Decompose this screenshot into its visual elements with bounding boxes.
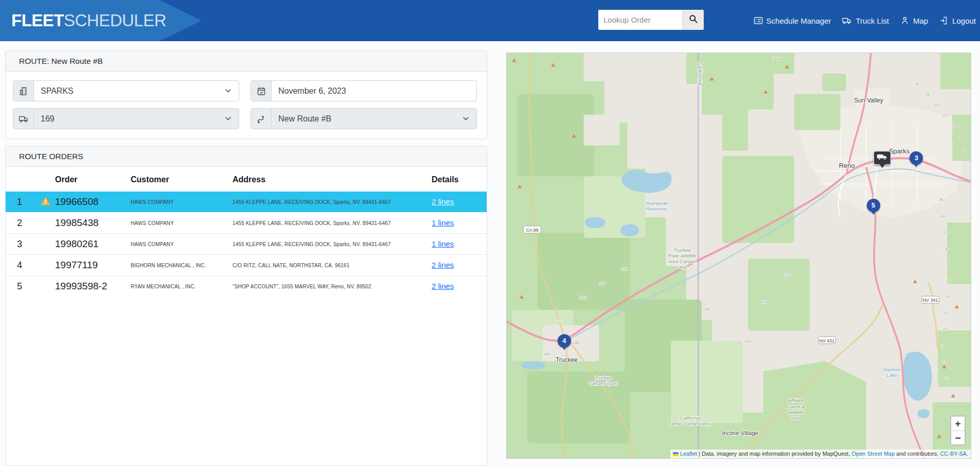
nav-map[interactable]: Map — [900, 16, 928, 25]
map-pin-4[interactable]: 4 — [558, 334, 571, 348]
order-number: 19980261 — [55, 234, 131, 255]
svg-text:NV 431: NV 431 — [819, 338, 834, 343]
logo-fleet: FLEET — [11, 11, 64, 30]
svg-text:172: 172 — [556, 317, 563, 321]
svg-text:14: 14 — [942, 359, 947, 364]
orders-table: Order Customer Address Details 119966508… — [6, 167, 487, 297]
search-icon — [689, 14, 698, 25]
attribution-link[interactable]: Open Street Map — [852, 451, 895, 457]
svg-text:28: 28 — [945, 262, 950, 267]
attribution-text: | Data, imagery and map information prov… — [697, 451, 852, 457]
route-panel-title: ROUTE: New Route #B — [19, 57, 103, 66]
svg-text:7646: 7646 — [772, 57, 781, 61]
order-address: 1455 KLEPPE LANE, RECEIVING DOCK, Sparks… — [233, 234, 418, 255]
nav-schedule-manager[interactable]: Schedule Manager — [754, 16, 831, 25]
route-orders-title: ROUTE ORDERS — [19, 152, 83, 161]
truck-icon — [842, 16, 852, 25]
map-label: StampedeReservoir — [646, 200, 668, 212]
svg-text:20: 20 — [942, 327, 947, 332]
route-orders-panel: ROUTE ORDERS Order Customer Address Deta… — [5, 146, 487, 466]
svg-text:NV 341: NV 341 — [923, 298, 938, 303]
order-details-link[interactable]: 2 lines — [432, 261, 454, 269]
order-details-link[interactable]: 1 lines — [432, 239, 454, 248]
svg-text:190: 190 — [703, 307, 710, 312]
order-number: 19985438 — [55, 213, 131, 234]
order-search — [598, 10, 704, 30]
truck-marker[interactable] — [874, 151, 891, 165]
order-address: "SHOP ACCOUNT", 1655 MARVEL WAY, Reno, N… — [233, 276, 418, 297]
svg-text:68: 68 — [957, 135, 962, 140]
svg-text:168: 168 — [599, 281, 606, 286]
order-row[interactable]: 519993598-2RYAN MECHANICAL , INC."SHOP A… — [6, 276, 487, 297]
row-number: 4 — [17, 260, 22, 271]
truck-select[interactable]: 169 — [13, 108, 239, 129]
map-label: Incline Village — [722, 430, 758, 436]
chevron-down-icon — [217, 81, 239, 101]
svg-text:194: 194 — [761, 300, 769, 304]
search-input[interactable] — [598, 10, 682, 30]
order-row[interactable]: 219985438HAWS COMPANY1455 KLEPPE LANE, R… — [6, 213, 487, 234]
svg-text:199: 199 — [744, 339, 751, 344]
map-panel[interactable]: 7676747270686476463634323028262422201614… — [506, 53, 971, 459]
calendar-icon — [251, 81, 272, 101]
order-details-link[interactable]: 1 lines — [432, 218, 454, 227]
order-row[interactable]: 119966508HAWS COMPANY1455 KLEPPE LANE, R… — [6, 192, 487, 213]
zoom-out-button[interactable]: − — [951, 430, 965, 444]
leaflet-flag-icon — [673, 452, 679, 456]
map-label: Truckee — [556, 356, 578, 364]
row-number: 2 — [17, 218, 22, 229]
svg-text:184: 184 — [543, 352, 550, 356]
order-row[interactable]: 319980261HAWS COMPANY1455 KLEPPE LANE, R… — [6, 234, 487, 255]
svg-text:72: 72 — [942, 113, 947, 118]
svg-text:174: 174 — [621, 267, 628, 271]
date-picker[interactable]: November 6, 2023 — [251, 80, 477, 101]
order-details-link[interactable]: 2 lines — [432, 197, 454, 206]
search-button[interactable] — [682, 10, 704, 30]
map-attribution: Leaflet | Data, imagery and map informat… — [670, 450, 971, 458]
map-label: Reno — [839, 162, 855, 170]
order-address: 1455 KLEPPE LANE, RECEIVING DOCK, Sparks… — [233, 192, 418, 213]
truck-icon — [13, 109, 34, 129]
route-value: New Route #B — [272, 109, 455, 129]
map-pin-3[interactable]: 3 — [910, 151, 923, 165]
order-customer: BIGHORN MECHANICAL , INC. — [131, 255, 233, 276]
warning-icon — [40, 196, 51, 208]
row-number: 1 — [17, 197, 22, 208]
map-pin-5[interactable]: 5 — [867, 199, 880, 212]
nav-label: Schedule Manager — [767, 16, 831, 25]
order-row[interactable]: 419977119BIGHORN MECHANICAL , INC.C/O RI… — [6, 255, 487, 276]
nav-label: Truck List — [856, 16, 888, 25]
attribution-link[interactable]: Leaflet — [680, 451, 697, 457]
order-number: 19993598-2 — [55, 276, 131, 297]
svg-text:34: 34 — [940, 214, 945, 218]
order-details-link[interactable]: 2 lines — [432, 282, 454, 290]
svg-text:CA 89: CA 89 — [526, 228, 538, 233]
order-address: 1455 KLEPPE LANE, RECEIVING DOCK, Sparks… — [233, 213, 418, 234]
date-value: November 6, 2023 — [272, 81, 476, 101]
svg-text:30: 30 — [945, 246, 949, 251]
svg-text:12: 12 — [945, 376, 949, 381]
svg-text:201: 201 — [784, 272, 791, 277]
map-label: California — [697, 61, 703, 85]
svg-text:16: 16 — [941, 343, 946, 348]
route-select[interactable]: New Route #B — [251, 108, 477, 129]
road-shield: NV 341 — [922, 296, 939, 303]
map-label: Sun Valley — [854, 97, 883, 104]
road-shield: NV 431 — [818, 337, 835, 344]
order-address: C/O RITZ, CALL NATE, NORTHSTAR, CA. 9616… — [233, 255, 418, 276]
logo-scheduler: SCHEDULER — [64, 11, 166, 30]
svg-text:22: 22 — [944, 311, 949, 316]
chevron-down-icon — [217, 109, 239, 129]
location-select[interactable]: SPARKS — [13, 80, 239, 101]
attribution-link[interactable]: CC-BY-SA — [940, 451, 967, 457]
svg-text:36: 36 — [939, 197, 943, 202]
road-shield: CA 89 — [524, 226, 541, 233]
nav-truck-list[interactable]: Truck List — [842, 16, 888, 25]
truck-value: 169 — [34, 109, 217, 129]
svg-text:70: 70 — [951, 124, 955, 129]
svg-text:188: 188 — [573, 340, 580, 345]
row-number: 5 — [17, 281, 22, 292]
nav-logout[interactable]: Logout — [939, 16, 976, 25]
zoom-in-button[interactable]: + — [951, 417, 965, 430]
col-order: Order — [55, 167, 131, 192]
